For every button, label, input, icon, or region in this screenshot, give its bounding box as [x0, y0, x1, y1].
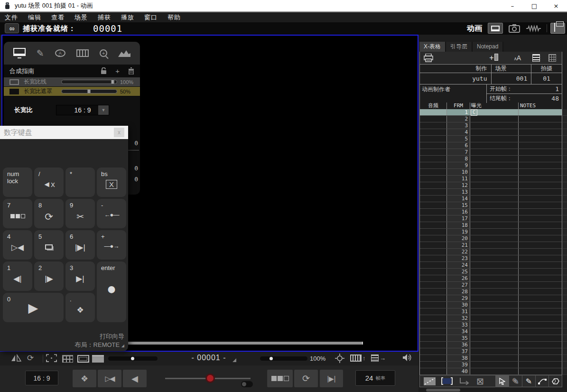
opacity-slider[interactable]: [108, 356, 158, 361]
aspect-mask-button[interactable]: [92, 355, 104, 363]
menu-item-4[interactable]: 捕获: [98, 13, 111, 22]
live-toggle-button[interactable]: ▷◀: [98, 370, 121, 387]
exposure-cell[interactable]: [470, 362, 519, 368]
frame-number-cell[interactable]: 24: [447, 262, 470, 268]
notes-cell[interactable]: [519, 122, 562, 129]
audio-cell[interactable]: [420, 315, 447, 321]
exposure-cell[interactable]: [470, 169, 519, 175]
xsheet-row-21[interactable]: 21: [420, 242, 562, 249]
maximize-button[interactable]: □: [523, 0, 545, 11]
audio-cell[interactable]: [420, 122, 447, 129]
audio-cell[interactable]: [420, 342, 447, 348]
xsheet-row-36[interactable]: 36: [420, 342, 562, 348]
numpad-key-6[interactable]: 6|▶|: [65, 230, 95, 260]
audio-cell[interactable]: [420, 308, 447, 315]
frame-number-cell[interactable]: 36: [447, 342, 470, 348]
xsheet-row-27[interactable]: 27: [420, 282, 562, 289]
focus-check-button[interactable]: [46, 354, 57, 362]
xsheet-row-3[interactable]: 3: [420, 122, 562, 129]
exposure-cell[interactable]: [470, 189, 519, 195]
frame-number-cell[interactable]: 14: [447, 196, 470, 202]
trim-selection-tool[interactable]: [441, 377, 453, 385]
exposure-cell[interactable]: [470, 322, 519, 328]
hold-repeat-tool[interactable]: [458, 377, 471, 385]
frame-number-cell[interactable]: 20: [447, 235, 470, 242]
notes-cell[interactable]: [519, 182, 562, 188]
numpad-key-1[interactable]: 1◀|: [3, 261, 32, 291]
xsheet-row-6[interactable]: 6: [420, 142, 562, 149]
frame-number-cell[interactable]: 9: [447, 162, 470, 168]
xsheet-row-15[interactable]: 15: [420, 202, 562, 209]
notes-cell[interactable]: [519, 355, 562, 361]
frame-number-cell[interactable]: 25: [447, 269, 470, 275]
notes-cell[interactable]: [519, 142, 562, 149]
exposure-cell[interactable]: [470, 229, 519, 235]
dissolve-tool[interactable]: [424, 377, 436, 385]
add-guide-button[interactable]: +: [115, 67, 120, 75]
exposure-cell[interactable]: [470, 302, 519, 308]
tab-guide-layers[interactable]: 引导层: [446, 42, 473, 52]
numpad-key--[interactable]: -←●—: [97, 199, 126, 228]
loop-playback-button[interactable]: ⟳: [294, 370, 318, 387]
frame-number-cell[interactable]: 32: [447, 315, 470, 321]
numpad-key-enter[interactable]: enter●: [97, 261, 126, 322]
xsheet-row-5[interactable]: 5: [420, 136, 562, 142]
xsheet-row-37[interactable]: 37: [420, 348, 562, 355]
audio-cell[interactable]: [420, 182, 447, 188]
frame-number-cell[interactable]: 23: [447, 255, 470, 261]
frame-number-cell[interactable]: 28: [447, 289, 470, 295]
eraser-tool[interactable]: [548, 375, 562, 387]
notes-cell[interactable]: [519, 262, 562, 268]
frame-number-cell[interactable]: 15: [447, 202, 470, 208]
take-value[interactable]: 01: [531, 73, 562, 84]
audio-cell[interactable]: [420, 189, 447, 195]
numpad-key-/[interactable]: /◄x: [34, 168, 64, 197]
frame-position-display[interactable]: - 00001 -: [184, 354, 233, 362]
aspect-ratio-button[interactable]: 16 : 9: [25, 371, 58, 385]
numpad-key-+[interactable]: +—●→: [97, 230, 126, 260]
drawing-tab[interactable]: ✎: [37, 48, 44, 59]
numpad-key-*[interactable]: *: [65, 168, 95, 197]
xsheet-row-2[interactable]: 2: [420, 116, 562, 122]
exposure-cell[interactable]: [470, 355, 519, 361]
frame-number-cell[interactable]: 13: [447, 189, 470, 195]
exposure-cell[interactable]: [470, 176, 519, 182]
aspect-lines-button[interactable]: [77, 355, 89, 363]
numpad-key-9[interactable]: 9✂: [65, 199, 95, 228]
notes-cell[interactable]: [519, 322, 562, 328]
exposure-cell[interactable]: [470, 196, 519, 202]
slider-handle[interactable]: [131, 357, 134, 360]
exposure-cell[interactable]: [470, 122, 519, 129]
audio-cell[interactable]: [420, 275, 447, 281]
push-to-reel-button[interactable]: ↑: [350, 355, 366, 362]
numpad-key-4[interactable]: 4▷◀: [3, 230, 32, 260]
notes-cell[interactable]: [519, 162, 562, 168]
numpad-key-num-lock[interactable]: num lock: [3, 168, 32, 197]
audio-cell[interactable]: [420, 262, 447, 268]
frame-number-cell[interactable]: 5: [447, 136, 470, 142]
loop-capture-toggle[interactable]: ∞: [5, 23, 19, 33]
text-size-button[interactable]: ᴀA: [514, 54, 521, 62]
frame-number-cell[interactable]: 16: [447, 209, 470, 215]
frame-number-cell[interactable]: 17: [447, 215, 470, 222]
frame-number-cell[interactable]: 3: [447, 122, 470, 129]
numpad-close-button[interactable]: x: [114, 128, 124, 137]
flip-horizontal-button[interactable]: [11, 354, 21, 362]
numpad-titlebar[interactable]: 数字键盘 x: [0, 126, 128, 139]
viewport-scrollbar[interactable]: [126, 342, 363, 345]
start-frame-row[interactable]: 开始帧：1: [487, 84, 562, 94]
xsheet-row-7[interactable]: 7: [420, 149, 562, 156]
xsheet-horizontal-scrollbar[interactable]: [426, 389, 460, 392]
frame-number-cell[interactable]: 26: [447, 275, 470, 281]
xsheet-row-11[interactable]: 11: [420, 176, 562, 182]
production-value[interactable]: yutu: [420, 73, 492, 84]
notes-cell[interactable]: [519, 255, 562, 261]
exposure-cell[interactable]: [470, 215, 519, 222]
loop-range-toggle[interactable]: [241, 381, 253, 387]
xsheet-row-39[interactable]: 39: [420, 362, 562, 368]
notes-cell[interactable]: [519, 156, 562, 162]
slider-handle[interactable]: [111, 80, 114, 84]
audio-cell[interactable]: [420, 215, 447, 222]
audio-cell[interactable]: [420, 355, 447, 361]
zoom-slider[interactable]: [260, 356, 307, 361]
